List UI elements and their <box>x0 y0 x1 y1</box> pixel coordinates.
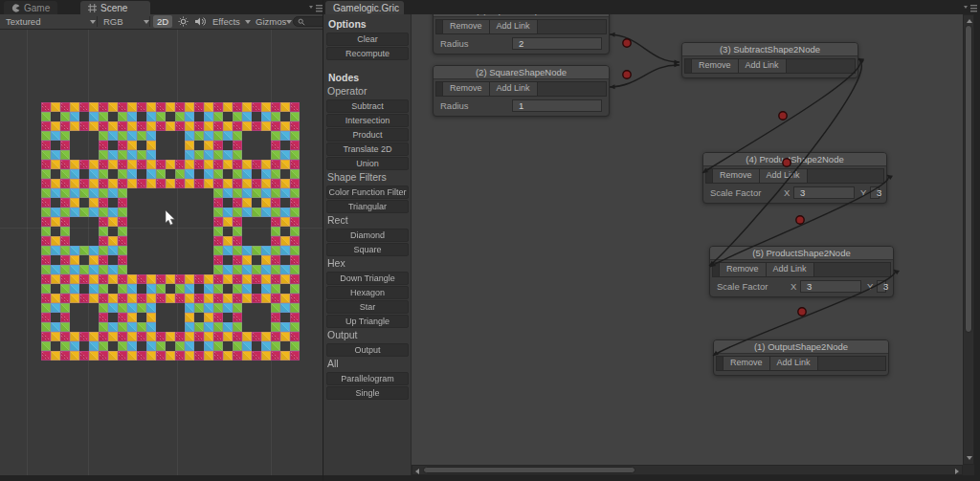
sidebar-button-clear[interactable]: Clear <box>326 33 409 46</box>
remove-button[interactable]: Remove <box>724 357 770 370</box>
node-handle[interactable] <box>717 357 724 370</box>
gizmos-dropdown[interactable]: Gizmos <box>256 14 286 29</box>
sidebar-button-product[interactable]: Product <box>326 128 409 142</box>
sidebar-button-subtract[interactable]: Subtract <box>326 99 409 113</box>
node-title[interactable]: (5) ProductShape2Node <box>710 247 893 260</box>
sidebar-button-output[interactable]: Output <box>326 343 409 357</box>
product-node-4[interactable]: (4) ProductShape2NodeRemoveAdd LinkScale… <box>702 152 887 204</box>
remove-button[interactable]: Remove <box>443 20 490 33</box>
color-mode-dropdown[interactable]: RGB <box>103 14 123 29</box>
sidebar-button-intersection[interactable]: Intersection <box>326 114 409 127</box>
scroll-down-arrow-icon[interactable] <box>967 456 972 460</box>
node-handle[interactable] <box>713 263 720 276</box>
x-label: X <box>791 280 796 293</box>
scale-x-field[interactable]: 3 <box>793 186 855 199</box>
scroll-left-arrow-icon[interactable] <box>415 469 419 474</box>
sidebar-button-triangular[interactable]: Triangular <box>326 200 409 213</box>
y-label: Y <box>867 280 873 293</box>
sidebar-button-down-triangle[interactable]: Down Triangle <box>326 272 409 285</box>
add-link-button[interactable]: Add Link <box>739 59 787 73</box>
add-link-button[interactable]: Add Link <box>760 169 808 183</box>
product-node-5[interactable]: (5) ProductShape2NodeRemoveAdd LinkScale… <box>709 246 894 297</box>
effects-dropdown[interactable]: Effects <box>212 14 240 29</box>
node-handle[interactable] <box>706 169 713 183</box>
sidebar-category-hex: Hex <box>323 257 411 271</box>
add-link-button[interactable]: Add Link <box>490 20 538 33</box>
add-link-button[interactable]: Add Link <box>770 357 818 370</box>
sidebar-category-rect: Rect <box>323 214 411 228</box>
node-title[interactable]: (2) SquareShapeNode <box>434 66 609 79</box>
node-graph-canvas[interactable]: (0) SquareShapeNodeRemoveAdd LinkRadius2… <box>412 14 963 465</box>
tab-scene-label: Scene <box>100 3 127 13</box>
sidebar-category-shape-filters: Shape Filters <box>323 171 411 185</box>
sidebar-button-diamond[interactable]: Diamond <box>326 229 409 242</box>
sidebar-button-union[interactable]: Union <box>326 157 409 170</box>
node-handle[interactable] <box>436 82 443 96</box>
audio-icon[interactable] <box>192 15 208 28</box>
panel-menu-icon[interactable] <box>308 4 323 13</box>
link-arrowhead-icon <box>610 33 615 37</box>
sidebar-button-color-function-filter[interactable]: Color Function Filter <box>326 186 409 199</box>
square-node-0[interactable]: (0) SquareShapeNodeRemoveAdd LinkRadius2 <box>433 14 610 55</box>
node-handle[interactable] <box>685 59 692 73</box>
output-node-1[interactable]: (1) OutputShape2NodeRemoveAdd Link <box>713 339 889 376</box>
sidebar-button-hexagon[interactable]: Hexagon <box>326 286 409 299</box>
chevron-down-icon <box>286 20 292 24</box>
remove-button[interactable]: Remove <box>720 263 767 276</box>
link-midpoint-dot[interactable] <box>623 39 631 47</box>
sidebar-button-translate-2d[interactable]: Translate 2D <box>326 142 409 156</box>
sidebar-category-all: All <box>323 358 411 371</box>
vertical-scrollbar-thumb[interactable] <box>965 25 972 333</box>
draw-mode-dropdown[interactable]: Textured <box>6 14 40 29</box>
radius-field[interactable]: 1 <box>512 99 602 112</box>
add-link-button[interactable]: Add Link <box>767 263 814 276</box>
remove-button[interactable]: Remove <box>713 169 760 183</box>
scroll-up-arrow-icon[interactable] <box>967 19 972 23</box>
node-toolbar: RemoveAdd Link <box>705 168 884 184</box>
node-title[interactable]: (3) SubtractShape2Node <box>682 43 858 56</box>
node-field-row: Radius2 <box>435 36 607 51</box>
node-padding <box>682 76 858 77</box>
horizontal-scrollbar[interactable] <box>412 465 963 475</box>
magnifier-icon <box>298 18 305 26</box>
link-midpoint-dot[interactable] <box>779 112 787 120</box>
scale-x-field[interactable]: 3 <box>800 280 861 293</box>
horizontal-scrollbar-thumb[interactable] <box>423 467 635 473</box>
tab-game[interactable]: Game <box>4 1 57 14</box>
panel-menu-icon[interactable] <box>963 4 978 13</box>
scale-y-field[interactable]: 3 <box>870 186 880 199</box>
sidebar-button-single[interactable]: Single <box>326 386 409 400</box>
node-title[interactable]: (1) OutputShape2Node <box>714 340 888 354</box>
toolbar-divider <box>97 16 98 27</box>
node-handle[interactable] <box>436 20 443 33</box>
add-link-button[interactable]: Add Link <box>490 82 538 96</box>
draw-mode-label: Textured <box>6 16 40 27</box>
node-title[interactable]: (0) SquareShapeNode <box>434 14 609 17</box>
radius-field[interactable]: 2 <box>512 37 602 50</box>
link-midpoint-dot[interactable] <box>623 71 631 78</box>
node-title[interactable]: (4) ProductShape2Node <box>703 153 886 166</box>
sidebar-button-recompute[interactable]: Recompute <box>326 47 409 60</box>
effects-label: Effects <box>212 16 240 27</box>
sun-icon[interactable] <box>175 15 190 28</box>
2d-toggle-button[interactable]: 2D <box>153 15 172 28</box>
game-icon <box>11 4 20 12</box>
vertical-scrollbar[interactable] <box>963 14 974 465</box>
tab-gamelogic-gric[interactable]: Gamelogic.Gric <box>325 1 404 14</box>
square-node-2[interactable]: (2) SquareShapeNodeRemoveAdd LinkRadius1 <box>433 65 610 117</box>
sidebar-button-up-triangle[interactable]: Up Triangle <box>326 315 409 328</box>
link-midpoint-dot[interactable] <box>796 216 804 224</box>
sidebar-button-parallelogram[interactable]: Parallelogram <box>326 372 409 385</box>
scene-viewport[interactable] <box>0 30 323 475</box>
link-midpoint-dot[interactable] <box>798 308 806 316</box>
sierpinski-carpet-render <box>0 30 323 475</box>
subtract-node-3[interactable]: (3) SubtractShape2NodeRemoveAdd Link <box>681 42 858 78</box>
tab-scene[interactable]: Scene <box>80 1 150 14</box>
scale-y-field[interactable]: 3 <box>877 280 886 293</box>
remove-button[interactable]: Remove <box>692 59 739 73</box>
sidebar-button-star[interactable]: Star <box>326 300 409 314</box>
link-midpoint-dot[interactable] <box>783 159 791 166</box>
remove-button[interactable]: Remove <box>443 82 490 96</box>
sidebar-button-square[interactable]: Square <box>326 243 409 256</box>
scroll-right-arrow-icon[interactable] <box>955 469 959 474</box>
